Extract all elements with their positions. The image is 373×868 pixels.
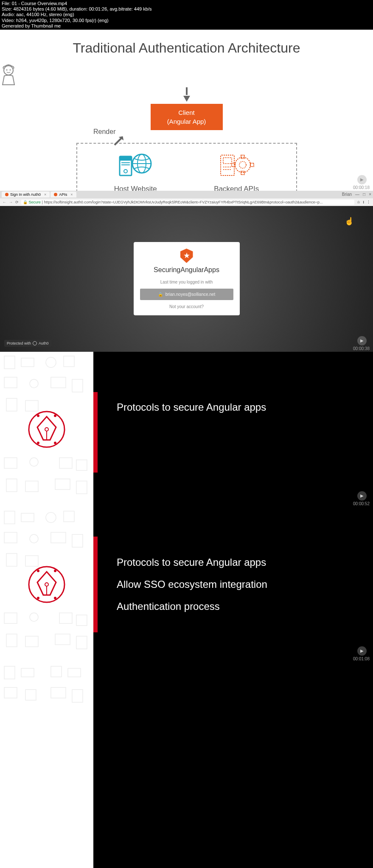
- svg-rect-53: [72, 534, 83, 547]
- login-card: ★ SecuringAngularApps Last time you logg…: [134, 242, 240, 315]
- svg-point-43: [54, 442, 56, 444]
- window-controls: Brian — □ ×: [342, 192, 371, 197]
- auth0-logo-icon: [33, 341, 37, 345]
- svg-rect-78: [72, 690, 83, 702]
- size-line: Size: 4824316 bytes (4.60 MiB), duration…: [2, 6, 371, 12]
- login-email-button[interactable]: 🔒 brian.noyes@solliance.net: [140, 289, 233, 300]
- pattern-background: [0, 662, 93, 868]
- svg-rect-73: [51, 666, 62, 677]
- maximize-icon[interactable]: □: [363, 192, 365, 197]
- cursor-hand-icon: ☝: [345, 217, 354, 226]
- svg-rect-36: [25, 481, 38, 492]
- footer-area: [0, 662, 373, 868]
- server-globe-icon: [116, 150, 154, 180]
- tab2-label: APIs: [59, 192, 67, 197]
- bullet-sso: Allow SSO ecosystem integration: [117, 579, 373, 590]
- svg-rect-12: [223, 158, 232, 164]
- host-label: Host Website: [114, 185, 157, 191]
- svg-rect-21: [4, 356, 15, 369]
- ext-icon[interactable]: I: [363, 200, 364, 204]
- bullet-protocols: Protocols to secure Angular apps: [117, 401, 266, 413]
- star-icon[interactable]: ☆: [357, 200, 360, 204]
- file-line: File: 01 - Course Overview.mp4: [2, 1, 371, 6]
- forward-icon[interactable]: →: [9, 200, 13, 204]
- lock-icon: 🔒: [158, 292, 163, 297]
- diagonal-arrow-icon: [112, 134, 125, 147]
- protected-badge: Protected with Auth0: [4, 340, 51, 347]
- svg-rect-54: [6, 554, 17, 566]
- svg-rect-33: [59, 458, 72, 468]
- svg-point-67: [37, 597, 39, 599]
- slide-right-panel: Protocols to secure Angular apps Allow S…: [93, 507, 373, 662]
- close-window-icon[interactable]: ×: [369, 192, 371, 197]
- timestamp: 00:00:52: [353, 501, 370, 506]
- url-field[interactable]: 🔒 Secure | https://softinsight.auth0.com…: [21, 200, 354, 205]
- play-icon: ▶: [357, 175, 367, 184]
- not-your-account-link[interactable]: Not your account?: [140, 304, 233, 309]
- auth0-label: Auth0: [39, 341, 49, 345]
- svg-point-57: [30, 613, 38, 621]
- audio-line: Audio: aac, 44100 Hz, stereo (eng): [2, 12, 371, 17]
- svg-point-0: [4, 66, 13, 75]
- minimize-icon[interactable]: —: [355, 192, 359, 197]
- auth0-favicon: [5, 193, 8, 196]
- play-icon: ▶: [357, 491, 367, 501]
- svg-rect-61: [25, 636, 38, 647]
- svg-point-41: [54, 415, 56, 417]
- svg-rect-75: [4, 687, 17, 698]
- slide-protocols-2: Protocols to secure Angular apps Allow S…: [0, 507, 373, 662]
- user-label: Brian: [342, 192, 352, 197]
- svg-rect-35: [6, 479, 17, 492]
- generated-line: Generated by Thumbnail me: [2, 23, 371, 29]
- tab1-label: Sign In with Auth0: [10, 192, 41, 197]
- lock-icon: 🔒: [23, 200, 28, 204]
- slide-protocols-1: Protocols to secure Angular apps ▶ 00:00…: [0, 352, 373, 507]
- svg-rect-62: [55, 634, 70, 645]
- timestamp: 00:01:08: [353, 657, 370, 661]
- svg-rect-24: [64, 356, 74, 367]
- svg-point-23: [46, 357, 56, 367]
- shield-star-icon: ★: [180, 248, 193, 263]
- svg-point-42: [37, 442, 39, 444]
- client-box: Client (Angular App): [151, 104, 223, 130]
- svg-point-2: [10, 69, 11, 70]
- architecture-diagram: Client (Angular App) Render: [0, 64, 373, 191]
- footer-left-panel: [0, 662, 93, 868]
- arrow-stem: [186, 87, 188, 95]
- svg-rect-4: [120, 156, 132, 161]
- svg-rect-56: [4, 613, 17, 623]
- svg-rect-74: [68, 668, 81, 677]
- login-title: SecuringAngularApps: [140, 266, 233, 274]
- svg-rect-17: [241, 155, 244, 159]
- red-accent-bar: [93, 392, 98, 473]
- back-icon[interactable]: ←: [3, 200, 6, 204]
- bullet-auth: Authentication process: [117, 601, 373, 612]
- svg-rect-22: [21, 358, 34, 367]
- svg-point-1: [6, 69, 8, 70]
- svg-point-68: [54, 597, 56, 599]
- browser-tab-auth0[interactable]: Sign In with Auth0 ×: [2, 192, 50, 198]
- reload-icon[interactable]: ⟳: [15, 200, 19, 204]
- play-icon: ▶: [357, 646, 367, 656]
- browser-viewport: ★ SecuringAngularApps Last time you logg…: [0, 206, 373, 352]
- svg-point-51: [30, 534, 38, 543]
- close-icon[interactable]: ×: [70, 192, 73, 197]
- svg-point-16: [239, 161, 246, 168]
- backend-label: Backend APIs: [214, 185, 259, 191]
- slide1-title: Traditional Authentication Architecture: [0, 40, 373, 56]
- pen-nib-icon: [25, 563, 68, 606]
- slide-right-panel: Protocols to secure Angular apps ▶ 00:00…: [93, 352, 373, 507]
- slide-architecture: Traditional Authentication Architecture …: [0, 30, 373, 191]
- timestamp: 00:00:38: [353, 346, 370, 351]
- play-icon: ▶: [357, 336, 367, 345]
- browser-tab-apis[interactable]: APIs ×: [50, 192, 76, 198]
- svg-rect-34: [76, 460, 87, 470]
- menu-icon[interactable]: ⋮: [367, 200, 370, 204]
- client-line2: (Angular App): [163, 117, 210, 126]
- svg-rect-50: [4, 532, 17, 543]
- slide-browser: Sign In with Auth0 × APIs × Brian — □ × …: [0, 191, 373, 352]
- svg-rect-31: [4, 458, 17, 468]
- slide-left-panel: [0, 352, 93, 507]
- svg-rect-29: [6, 398, 17, 411]
- close-icon[interactable]: ×: [44, 192, 46, 197]
